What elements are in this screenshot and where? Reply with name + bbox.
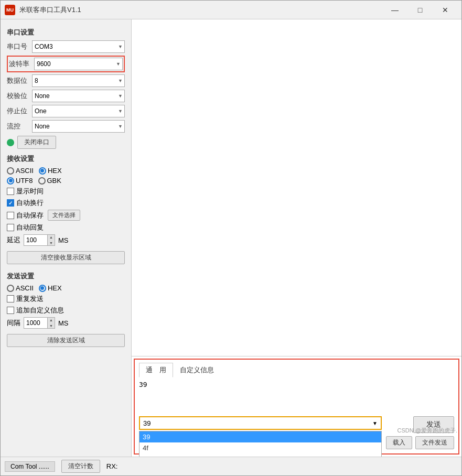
auto-reply-label: 自动回复 [16,223,44,232]
dropdown-arrow-icon: ▼ [372,420,378,426]
baud-select-wrapper: 9600 1200 2400 4800 19200 38400 57600 11… [34,58,123,70]
delay-increment-button[interactable]: ▲ [47,234,55,240]
flow-control-label: 流控 [7,122,32,131]
send-hex-label: HEX [48,284,62,292]
delay-ms-label: MS [58,236,69,244]
statusbar: Com Tool ...... 清空计数 RX: [1,457,461,475]
utf8-radio-label: UTF8 [16,177,33,185]
delay-label: 延迟 [7,235,20,245]
close-button[interactable]: ✕ [433,2,457,18]
stop-bits-select-wrapper: One Two [32,105,125,117]
app-icon-text: MU [6,7,14,13]
baud-label: 波特率 [9,59,34,69]
hex-radio-label: HEX [48,167,62,175]
stop-bits-select[interactable]: One Two [32,105,125,117]
repeat-send-checkbox-box [7,295,14,302]
window-controls: — □ ✕ [383,2,457,18]
ascii-radio-label: ASCII [16,167,34,175]
right-panel: 通 用 自定义信息 39 39 ▼ [132,19,461,457]
load-button[interactable]: 载入 [386,436,412,449]
interval-label: 间隔 [7,318,20,328]
show-time-checkbox-box [7,188,14,195]
send-ascii-label: ASCII [16,284,34,292]
send-tabs-row: 通 用 自定义信息 [135,360,458,377]
auto-wrap-checkbox-box [7,199,14,207]
port-label: 串口号 [7,42,32,51]
flow-control-select-wrapper: None RTS/CTS XON/XOFF [32,120,125,133]
port-status-indicator [7,139,14,146]
repeat-send-label: 重复发送 [16,294,44,304]
tab-common[interactable]: 通 用 [139,363,173,377]
clear-receive-button[interactable]: 清空接收显示区域 [7,251,125,264]
sidebar: 串口设置 串口号 COM3 COM1 COM2 COM4 波特率 [1,19,132,457]
minimize-button[interactable]: — [383,2,407,18]
ascii-radio-circle [7,167,14,175]
parity-label: 校验位 [7,91,32,101]
parity-row: 校验位 None Odd Even [7,90,125,102]
gbk-radio[interactable]: GBK [38,177,61,185]
open-port-row: 关闭串口 [7,136,125,149]
interval-ms-label: MS [58,319,69,327]
file-select-button[interactable]: 文件选择 [48,210,80,221]
rx-label: RX: [106,462,118,470]
tab-custom[interactable]: 自定义信息 [173,363,221,377]
delay-input[interactable] [24,235,47,245]
append-info-label: 追加自定义信息 [16,306,64,315]
file-send-button[interactable]: 文件发送 [415,436,454,449]
interval-decrement-button[interactable]: ▼ [47,323,55,329]
baud-row-highlighted: 波特率 9600 1200 2400 4800 19200 38400 5760… [7,56,125,72]
utf8-radio[interactable]: UTF8 [7,177,33,185]
port-select-wrapper: COM3 COM1 COM2 COM4 [32,40,125,53]
send-textarea[interactable]: 39 [139,381,454,411]
window-title: 米联客串口工具V1.1 [19,5,383,15]
serial-section-title: 串口设置 [7,28,125,37]
clear-count-button[interactable]: 清空计数 [61,460,100,473]
flow-control-row: 流控 None RTS/CTS XON/XOFF [7,120,125,133]
parity-select[interactable]: None Odd Even [32,90,125,102]
send-section-title: 发送设置 [7,272,125,281]
auto-reply-checkbox[interactable]: 自动回复 [7,223,125,232]
flow-control-select[interactable]: None RTS/CTS XON/XOFF [32,120,125,133]
auto-save-label: 自动保存 [16,211,44,220]
interval-input[interactable] [24,318,47,328]
ascii-radio[interactable]: ASCII [7,167,34,175]
interval-increment-button[interactable]: ▲ [47,317,55,323]
repeat-send-checkbox[interactable]: 重复发送 [7,294,125,304]
receive-display-area [132,19,461,356]
dropdown-option-39[interactable]: 39 [139,431,381,442]
dropdown-value: 39 [143,419,151,427]
send-dropdown-wrapper: 39 ▼ 39 4f dd ee [139,416,382,430]
file-button-group: 载入 文件发送 [386,436,454,449]
dropdown-display[interactable]: 39 ▼ [139,416,382,430]
send-hex-radio-circle [39,285,46,292]
send-hex-radio[interactable]: HEX [39,284,62,292]
data-bits-label: 数据位 [7,76,32,85]
data-bits-select-wrapper: 8 5 6 7 [32,74,125,87]
main-window: MU 米联客串口工具V1.1 — □ ✕ 串口设置 串口号 COM3 COM1 … [0,0,462,476]
watermark: CSDN @爱奔跑的虎子. [397,427,457,435]
interval-spinner[interactable]: ▲ ▼ [24,317,55,329]
stop-bits-row: 停止位 One Two [7,105,125,117]
append-info-checkbox[interactable]: 追加自定义信息 [7,306,125,315]
parity-select-wrapper: None Odd Even [32,90,125,102]
clear-send-button[interactable]: 清除发送区域 [7,334,125,347]
port-select[interactable]: COM3 COM1 COM2 COM4 [32,40,125,53]
auto-save-checkbox[interactable]: 自动保存 文件选择 [7,210,125,221]
dropdown-option-4f[interactable]: 4f [139,442,381,453]
delay-spinner[interactable]: ▲ ▼ [24,234,55,246]
open-port-button[interactable]: 关闭串口 [17,136,56,149]
baud-select[interactable]: 9600 1200 2400 4800 19200 38400 57600 11… [34,58,123,70]
send-ascii-radio[interactable]: ASCII [7,284,34,292]
data-bits-select[interactable]: 8 5 6 7 [32,74,125,87]
show-time-checkbox[interactable]: 显示时间 [7,187,125,196]
append-info-checkbox-box [7,307,14,314]
com-tool-tab[interactable]: Com Tool ...... [5,461,55,472]
delay-spinner-buttons: ▲ ▼ [47,234,55,246]
hex-radio[interactable]: HEX [39,167,62,175]
maximize-button[interactable]: □ [408,2,432,18]
delay-decrement-button[interactable]: ▼ [47,240,55,246]
auto-wrap-checkbox[interactable]: 自动换行 [7,198,125,208]
dropdown-option-dd[interactable]: dd [139,453,381,457]
delay-row: 延迟 ▲ ▼ MS [7,234,125,246]
titlebar: MU 米联客串口工具V1.1 — □ ✕ [1,1,461,19]
